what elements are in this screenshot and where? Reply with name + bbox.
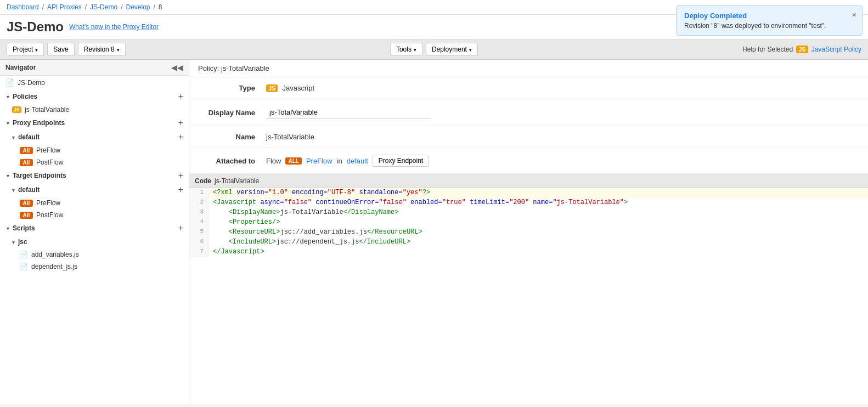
target-default-label: default — [18, 186, 40, 194]
line-num-2: 2 — [189, 198, 208, 208]
code-header: Code js-TotalVariable — [189, 174, 868, 188]
sidebar-item-add-variables[interactable]: 📄 add_variables.js — [0, 248, 189, 261]
flow-label: Flow — [266, 157, 281, 165]
code-line-7: 7 </Javascript> — [189, 247, 868, 257]
breadcrumb-sep-2: / — [85, 3, 87, 11]
line-content-6: <IncludeURL>jsc://dependent_js.js</Inclu… — [208, 238, 868, 247]
proxy-endpoints-section-title[interactable]: Proxy Endpoints — [5, 119, 65, 127]
proxy-endpoints-expand-icon — [5, 119, 10, 127]
form-row-display-name: Display Name — [189, 99, 868, 126]
type-label: Type — [200, 84, 266, 92]
sidebar-item-target-postflow[interactable]: All PostFlow — [0, 209, 189, 221]
line-num-6: 6 — [189, 238, 208, 247]
project-button[interactable]: Project — [7, 43, 44, 56]
sidebar-root-item[interactable]: 📄 JS-Demo — [0, 76, 189, 89]
app-subtitle-link[interactable]: What's new in the Proxy Editor — [69, 23, 159, 31]
code-line-6: 6 <IncludeURL>jsc://dependent_js.js</Inc… — [189, 238, 868, 247]
line-num-4: 4 — [189, 218, 208, 228]
line-content-3: <DisplayName>js-TotalVariable</DisplayNa… — [208, 208, 868, 218]
sidebar-section-policies: Policies + — [0, 89, 189, 104]
deployment-label: Deployment — [432, 46, 467, 53]
sidebar-header: Navigator ◀◀ — [0, 60, 189, 76]
display-name-value — [266, 106, 857, 119]
target-endpoints-section-title[interactable]: Target Endpoints — [5, 172, 66, 179]
save-button[interactable]: Save — [47, 43, 74, 56]
proxy-endpoints-add-button[interactable]: + — [178, 118, 183, 127]
attached-endpoint-link[interactable]: default — [347, 157, 368, 165]
attached-label: Attached to — [200, 157, 266, 165]
form-row-attached: Attached to Flow ALL PreFlow in default … — [189, 148, 868, 174]
policies-add-button[interactable]: + — [178, 92, 183, 101]
proxy-default-add-button[interactable]: + — [178, 133, 183, 142]
target-endpoints-add-button[interactable]: + — [178, 171, 183, 180]
proxy-default-expand-icon — [11, 133, 16, 141]
breadcrumb-dashboard[interactable]: Dashboard — [7, 3, 39, 11]
breadcrumb-js-demo[interactable]: JS-Demo — [90, 3, 117, 11]
jsc-title[interactable]: jsc — [11, 238, 27, 246]
target-postflow-badge: All — [20, 212, 33, 219]
name-label: Name — [200, 133, 266, 141]
deploy-notification-title: Deploy Completed — [684, 12, 846, 20]
line-num-5: 5 — [189, 228, 208, 238]
revision-button[interactable]: Revision 8 — [78, 43, 126, 56]
line-content-5: <ResourceURL>jsc://add_variables.js</Res… — [208, 228, 868, 238]
type-text: Javascript — [282, 84, 314, 92]
breadcrumb-develop[interactable]: Develop — [126, 3, 150, 11]
project-label: Project — [13, 46, 33, 53]
jsc-label: jsc — [18, 238, 27, 246]
js-policy-badge: JS — [12, 106, 21, 113]
code-line-4: 4 <Properties/> — [189, 218, 868, 228]
policies-section-title[interactable]: Policies — [5, 93, 37, 100]
code-line-5: 5 <ResourceURL>jsc://add_variables.js</R… — [189, 228, 868, 238]
code-line-1: 1 <?xml version="1.0" encoding="UTF-8" s… — [189, 188, 868, 198]
target-default-title[interactable]: default — [11, 186, 40, 194]
proxy-endpoint-button[interactable]: Proxy Endpoint — [373, 155, 429, 167]
attached-flow-link[interactable]: PreFlow — [306, 157, 332, 165]
proxy-default-title[interactable]: default — [11, 133, 40, 141]
code-editor[interactable]: 1 <?xml version="1.0" encoding="UTF-8" s… — [189, 188, 868, 404]
add-variables-label: add_variables.js — [31, 251, 79, 258]
target-preflow-badge: All — [20, 200, 33, 207]
doc-icon: 📄 — [5, 78, 14, 87]
sidebar-item-target-preflow[interactable]: All PreFlow — [0, 197, 189, 209]
attached-value: Flow ALL PreFlow in default Proxy Endpoi… — [266, 155, 857, 167]
breadcrumb-api-proxies[interactable]: API Proxies — [47, 3, 82, 11]
target-postflow-label: PostFlow — [36, 211, 63, 219]
policy-panel-title: Policy: js-TotalVariable — [189, 60, 868, 77]
sidebar-collapse-button[interactable]: ◀◀ — [171, 63, 183, 72]
proxy-preflow-badge: All — [20, 147, 33, 154]
sidebar-section-target-endpoints: Target Endpoints + — [0, 168, 189, 183]
form-row-name: Name js-TotalVariable — [189, 126, 868, 148]
type-js-badge: JS — [266, 84, 278, 92]
line-num-1: 1 — [189, 188, 208, 198]
sidebar-item-dependent-js[interactable]: 📄 dependent_js.js — [0, 261, 189, 273]
help-section: Help for Selected JS JavaScript Policy — [742, 46, 861, 53]
content-area: Policy: js-TotalVariable Type JS Javascr… — [189, 60, 868, 404]
display-name-input[interactable] — [266, 106, 431, 119]
code-filename: js-TotalVariable — [215, 177, 259, 185]
target-endpoints-expand-icon — [5, 172, 10, 179]
sidebar-item-proxy-preflow[interactable]: All PreFlow — [0, 144, 189, 156]
close-notification-button[interactable]: × — [852, 10, 856, 19]
line-content-7: </Javascript> — [208, 247, 868, 257]
sidebar-section-jsc: jsc — [0, 235, 189, 248]
scripts-add-button[interactable]: + — [178, 224, 183, 233]
js-help-badge: JS — [796, 46, 808, 53]
toolbar: Project Save Revision 8 Tools Deployment… — [0, 39, 868, 60]
sidebar: Navigator ◀◀ 📄 JS-Demo Policies + JS js-… — [0, 60, 189, 404]
sidebar-item-js-totalvariable[interactable]: JS js-TotalVariable — [0, 104, 189, 116]
scripts-section-title[interactable]: Scripts — [5, 224, 35, 232]
project-chevron-icon — [35, 46, 38, 53]
scripts-label: Scripts — [13, 224, 35, 232]
target-default-add-button[interactable]: + — [178, 185, 183, 194]
code-line-2: 2 <Javascript async="false" continueOnEr… — [189, 198, 868, 208]
line-content-1: <?xml version="1.0" encoding="UTF-8" sta… — [208, 188, 868, 198]
navigator-title: Navigator — [5, 64, 36, 71]
policy-form: Type JS Javascript Display Name Name — [189, 77, 868, 174]
sidebar-item-proxy-postflow[interactable]: All PostFlow — [0, 156, 189, 168]
code-label: Code — [195, 177, 211, 185]
help-link[interactable]: JavaScript Policy — [811, 46, 861, 53]
deployment-button[interactable]: Deployment — [426, 43, 478, 56]
tools-button[interactable]: Tools — [390, 43, 422, 56]
attached-in: in — [337, 157, 342, 165]
